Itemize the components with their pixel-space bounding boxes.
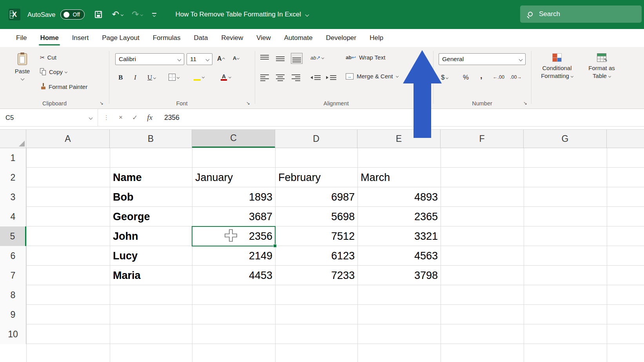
font-family-combobox[interactable]: Calibri: [115, 53, 184, 65]
tab-automate[interactable]: Automate: [278, 29, 319, 47]
font-color-button[interactable]: A: [220, 73, 231, 81]
cell-E5[interactable]: 3321: [357, 226, 441, 246]
cell-D3[interactable]: 6987: [275, 187, 357, 207]
underline-button[interactable]: U: [147, 74, 156, 81]
cell-D5[interactable]: 7512: [275, 226, 357, 246]
format-painter-button[interactable]: Format Painter: [40, 83, 87, 90]
search-input[interactable]: Search: [520, 5, 642, 23]
bold-button[interactable]: B: [118, 74, 123, 81]
font-size-combobox[interactable]: 11: [187, 53, 212, 65]
tab-review[interactable]: Review: [214, 29, 250, 47]
cell-B6[interactable]: Lucy: [110, 246, 192, 266]
row-header-2[interactable]: 2: [0, 168, 26, 187]
document-title[interactable]: How To Remove Table Formatting In Excel: [175, 11, 308, 18]
orientation-button[interactable]: ab↗: [310, 55, 324, 61]
cell-C3[interactable]: 1893: [192, 187, 275, 207]
row-header-3[interactable]: 3: [0, 187, 26, 207]
cell-B7[interactable]: Maria: [110, 266, 192, 285]
column-header-G[interactable]: G: [524, 130, 607, 148]
format-as-table-button[interactable]: ✎ Format as Table: [581, 50, 622, 97]
cell-B3[interactable]: Bob: [110, 187, 192, 207]
tab-file[interactable]: File: [9, 29, 33, 47]
row-header-8[interactable]: 8: [0, 285, 26, 305]
cell-C5-selected[interactable]: 2356: [192, 226, 275, 246]
customize-quick-access-button[interactable]: [152, 13, 156, 16]
row-header-5-selected[interactable]: 5: [0, 226, 26, 246]
row-header-9[interactable]: 9: [0, 305, 26, 324]
tab-developer[interactable]: Developer: [319, 29, 363, 47]
cell-B2[interactable]: Name: [110, 168, 192, 187]
row-header-4[interactable]: 4: [0, 207, 26, 226]
confirm-entry-button[interactable]: ✓: [132, 114, 138, 122]
borders-button[interactable]: [169, 74, 179, 81]
fill-color-button[interactable]: [194, 73, 204, 81]
tab-view[interactable]: View: [250, 29, 278, 47]
wrap-text-button[interactable]: ab↩ Wrap Text: [346, 54, 385, 61]
cell-E4[interactable]: 2365: [357, 207, 441, 226]
clipboard-dialog-launcher[interactable]: ↘: [100, 101, 103, 105]
column-header-E[interactable]: E: [357, 130, 441, 148]
column-header-B[interactable]: B: [110, 130, 192, 148]
column-header-F[interactable]: F: [441, 130, 524, 148]
tab-page-layout[interactable]: Page Layout: [95, 29, 146, 47]
align-left-button[interactable]: [260, 74, 269, 81]
paste-button[interactable]: Paste: [7, 51, 38, 96]
tab-help[interactable]: Help: [363, 29, 390, 47]
redo-button[interactable]: ↷: [132, 10, 143, 19]
number-format-combobox[interactable]: General: [439, 53, 526, 65]
cell-B5[interactable]: John: [110, 226, 192, 246]
middle-align-button[interactable]: [276, 55, 285, 63]
autosave-toggle[interactable]: Off: [60, 9, 85, 20]
column-header-C-selected[interactable]: C: [192, 130, 275, 148]
cell-D7[interactable]: 7233: [275, 266, 357, 285]
align-center-button[interactable]: [276, 74, 285, 81]
sheet-grid[interactable]: 1 2 3 4 5 6 7 8 9 10 Name January Februa…: [0, 148, 644, 362]
save-icon[interactable]: [95, 11, 102, 18]
accounting-format-button[interactable]: $: [441, 74, 448, 81]
cell-D6[interactable]: 6123: [275, 246, 357, 266]
column-header-D[interactable]: D: [275, 130, 357, 148]
tab-data[interactable]: Data: [187, 29, 215, 47]
cell-E2[interactable]: March: [357, 168, 441, 187]
cell-C2[interactable]: January: [192, 168, 275, 187]
cell-D4[interactable]: 5698: [275, 207, 357, 226]
increase-font-size-button[interactable]: A: [217, 55, 225, 62]
formula-input[interactable]: 2356: [164, 114, 180, 122]
alignment-dialog-launcher[interactable]: ↘: [426, 101, 430, 105]
cell-C7[interactable]: 4453: [192, 266, 275, 285]
decrease-font-size-button[interactable]: A: [233, 55, 239, 61]
top-align-button[interactable]: [260, 55, 269, 63]
align-right-button[interactable]: [292, 74, 300, 81]
cell-E3[interactable]: 4893: [357, 187, 441, 207]
tab-formulas[interactable]: Formulas: [146, 29, 187, 47]
merge-center-button[interactable]: ↔ Merge & Cent: [346, 73, 398, 80]
select-all-corner[interactable]: [0, 130, 26, 148]
row-header-6[interactable]: 6: [0, 246, 26, 266]
cancel-entry-button[interactable]: ×: [119, 114, 123, 121]
decrease-decimal-button[interactable]: .00→: [510, 74, 522, 80]
comma-style-button[interactable]: ,: [480, 71, 483, 80]
column-header-A[interactable]: A: [26, 130, 110, 148]
more-options-icon[interactable]: ⋮: [103, 114, 109, 121]
cell-D2[interactable]: February: [275, 168, 357, 187]
name-box[interactable]: C5: [0, 109, 98, 126]
fill-handle[interactable]: [273, 244, 277, 248]
increase-decimal-button[interactable]: ←.00: [493, 74, 504, 80]
increase-indent-button[interactable]: [326, 74, 336, 81]
row-header-1[interactable]: 1: [0, 148, 26, 168]
excel-app-icon[interactable]: X: [9, 9, 20, 20]
row-header-10[interactable]: 10: [0, 324, 26, 344]
undo-button[interactable]: ↶: [112, 10, 123, 19]
bottom-align-button[interactable]: [291, 53, 303, 64]
cell-E6[interactable]: 4563: [357, 246, 441, 266]
column-header-partial[interactable]: [607, 130, 644, 148]
number-dialog-launcher[interactable]: ↘: [523, 101, 527, 105]
cell-C6[interactable]: 2149: [192, 246, 275, 266]
cell-B4[interactable]: George: [110, 207, 192, 226]
copy-button[interactable]: Copy: [40, 68, 67, 76]
cell-E7[interactable]: 3798: [357, 266, 441, 285]
conditional-formatting-button[interactable]: Conditional Formatting: [537, 50, 577, 97]
tab-insert[interactable]: Insert: [65, 29, 96, 47]
percent-style-button[interactable]: %: [463, 74, 469, 81]
tab-home[interactable]: Home: [33, 29, 65, 47]
